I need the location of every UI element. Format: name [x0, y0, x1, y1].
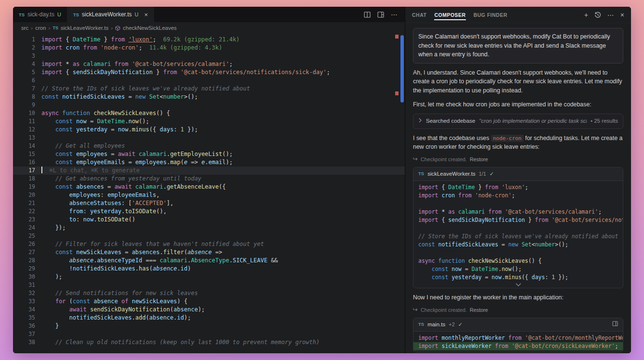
breadcrumb-file[interactable]: sickLeaveWorker.ts — [61, 25, 109, 31]
code-lines: 1import { DateTime } from 'luxon'; 69.2k… — [13, 36, 405, 347]
token: has — [139, 265, 149, 272]
token: cron — [441, 192, 455, 199]
token: const — [55, 159, 76, 166]
line-number: 25 — [13, 232, 35, 240]
line-number: 1 — [13, 36, 35, 44]
token — [41, 200, 69, 206]
token: 'luxon' — [502, 184, 525, 191]
token: for — [55, 298, 66, 305]
token: monthlyReportWorker — [441, 334, 505, 341]
token: : — [101, 192, 107, 198]
token: // Send notifications for new sick leave… — [55, 290, 198, 296]
code-block-header[interactable]: TS main.ts +2 ✓ — [413, 318, 623, 332]
code-block-body: import { DateTime } from 'luxon';import … — [413, 181, 623, 283]
line-number: 27 — [13, 248, 35, 257]
token — [41, 192, 69, 198]
tab-chat[interactable]: CHAT — [412, 7, 426, 23]
line-number: 22 — [13, 207, 35, 216]
code-block-sickleaveworker: TS sickLeaveWorker.ts 1/1 ✓ import { Dat… — [413, 167, 623, 288]
token: ], — [167, 200, 173, 206]
new-chat-icon[interactable]: + — [584, 12, 588, 18]
token — [41, 249, 55, 256]
tab-sickleaveworker[interactable]: TS sickLeaveWorker.ts U × — [67, 7, 155, 22]
code-block-added-count: +2 — [449, 321, 455, 329]
token: . — [177, 265, 180, 272]
token: Set — [149, 93, 160, 100]
token: filter — [163, 249, 184, 256]
token: === — [142, 257, 160, 264]
assistant-paragraph: I see that the codebase uses node-cron f… — [413, 134, 623, 152]
code-line: 11 const now = DateTime.now(); — [13, 117, 405, 126]
code-block-header[interactable]: TS sickLeaveWorker.ts 1/1 ✓ — [413, 167, 623, 181]
typescript-icon: TS — [19, 12, 25, 17]
close-panel-icon[interactable]: × — [620, 12, 624, 18]
split-editor-icon[interactable] — [364, 12, 371, 18]
toolcall-query: "cron job implementation or periodic tas… — [479, 117, 587, 125]
tab-sick-day[interactable]: TS sick-day.ts U — [13, 7, 67, 22]
token — [41, 151, 55, 157]
breadcrumb-src[interactable]: src — [21, 25, 28, 31]
code-line: async function checkNewSickLeaves() { — [413, 257, 623, 265]
toggle-layout-icon[interactable] — [377, 12, 384, 18]
tab-composer[interactable]: COMPOSER — [434, 7, 465, 23]
code-line: import { DateTime } from 'luxon'; — [413, 183, 623, 192]
token: calamari — [160, 257, 188, 264]
token: yesterday — [76, 126, 107, 133]
token: absence — [93, 298, 118, 305]
line-number: 3 — [13, 52, 35, 60]
token: sendSickDayNotification — [90, 306, 170, 313]
app-window: TS sick-day.ts U TS sickLeaveWorker.ts U… — [13, 7, 631, 353]
chat-pane: CHAT COMPOSER BUG FINDER + ⋯ × Since Cal… — [405, 7, 631, 353]
code-editor[interactable]: 1import { DateTime } from 'luxon'; 69.2k… — [13, 34, 405, 353]
token: : — [545, 274, 552, 281]
token: ; — [229, 61, 232, 67]
token: SICK_LEAVE — [232, 257, 267, 264]
token: DateTime — [97, 118, 125, 125]
token: absences — [76, 183, 104, 190]
editor-scrollbar-thumb[interactable] — [400, 35, 404, 103]
overview-ruler-marker — [395, 91, 399, 95]
token: from — [535, 217, 552, 223]
checkpoint-restore-button[interactable]: Restore — [470, 155, 488, 163]
line-number: 31 — [13, 281, 35, 289]
searched-codebase-toolcall[interactable]: Searched codebase "cron job implementati… — [413, 114, 623, 129]
tab-bug-finder[interactable]: BUG FINDER — [474, 7, 507, 23]
token: now — [129, 118, 139, 125]
paragraph-text: I see that the codebase uses — [413, 135, 491, 141]
token: ) — [188, 265, 191, 272]
token: . — [132, 314, 135, 321]
token: 11.4k (gzipped: 4.3k) — [142, 44, 222, 51]
checkpoint-restore-button[interactable]: Restore — [470, 306, 488, 314]
token: } — [101, 36, 111, 43]
history-icon[interactable] — [594, 12, 601, 18]
token: import — [41, 61, 66, 67]
breadcrumb-cron[interactable]: cron — [35, 25, 46, 31]
token: await — [115, 183, 135, 190]
expand-code-button[interactable] — [413, 283, 623, 288]
code-line: 25 — [13, 232, 405, 240]
code-line: 19 const absences = await calamari.getAb… — [13, 183, 405, 191]
token: => — [212, 249, 222, 256]
token: new — [508, 241, 522, 248]
token: ({ — [219, 183, 226, 190]
more-actions-icon[interactable]: ⋯ — [391, 11, 398, 18]
code-line: 37 — [13, 330, 405, 338]
token — [111, 61, 115, 67]
token: function — [438, 257, 468, 264]
more-actions-icon[interactable]: ⋯ — [607, 12, 614, 18]
token: getAbsenceLeave — [167, 183, 219, 190]
chat-conversation[interactable]: Since Calamari doesn't support webhooks,… — [405, 23, 631, 353]
token: to — [69, 216, 76, 223]
line-number: 6 — [13, 77, 35, 85]
token: '@cat-bot/services/calamari' — [505, 208, 598, 215]
token: '@cat-bot/cron/monthlyReportWork — [525, 334, 623, 341]
open-diff-icon[interactable] — [612, 321, 618, 329]
token — [41, 208, 69, 215]
breadcrumb-symbol[interactable]: checkNewSickLeaves — [123, 25, 177, 31]
code-line: // Store the IDs of sick leaves we've al… — [413, 232, 623, 241]
close-tab-icon[interactable]: × — [144, 12, 148, 18]
token: import — [41, 44, 66, 51]
code-line — [413, 200, 623, 208]
token: ) { — [177, 298, 188, 305]
token: yesterday — [90, 208, 121, 215]
